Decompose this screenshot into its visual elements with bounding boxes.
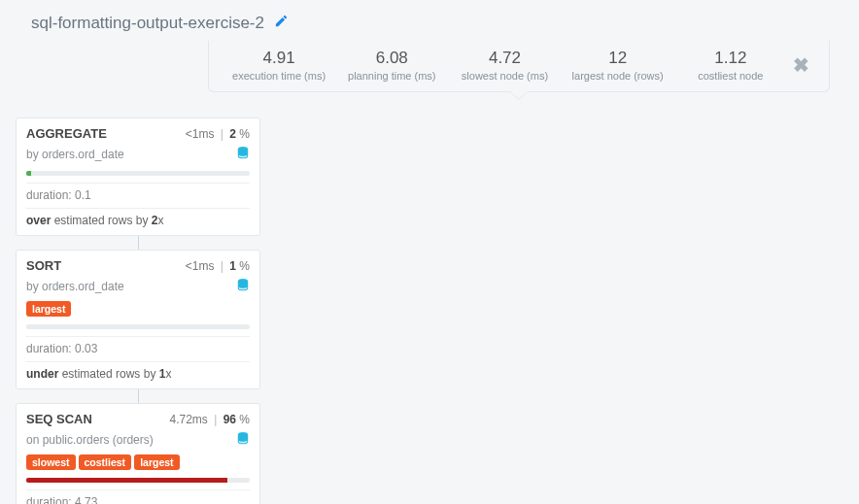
- badge-slowest: slowest: [26, 454, 76, 470]
- title-row: sql-formatting-output-exercise-2: [31, 14, 845, 33]
- node-sub: by orders.ord_date: [26, 277, 250, 295]
- duration-bar: [26, 171, 250, 176]
- stats-pointer-icon: [509, 91, 529, 100]
- node-header: AGGREGATE<1ms | 2 %: [26, 126, 250, 141]
- node-header: SORT<1ms | 1 %: [26, 258, 250, 273]
- stat-value: 4.72: [456, 49, 553, 68]
- badge-largest: largest: [134, 454, 179, 470]
- badge-costliest: costliest: [79, 454, 132, 470]
- node-connector: [138, 389, 139, 403]
- plan-tree: AGGREGATE<1ms | 2 %by orders.ord_datedur…: [16, 118, 845, 504]
- database-icon[interactable]: [236, 145, 250, 163]
- node-sub-text: on public.orders (orders): [26, 433, 154, 447]
- plan-title: sql-formatting-output-exercise-2: [31, 14, 264, 33]
- node-badges: slowestcostliestlargest: [26, 454, 250, 470]
- database-icon[interactable]: [236, 430, 250, 449]
- bar-fill: [26, 478, 227, 483]
- stat-item[interactable]: 1.12costliest node: [682, 49, 779, 82]
- stats-bar: 4.91execution time (ms)6.08planning time…: [208, 41, 830, 92]
- svg-point-1: [238, 147, 247, 151]
- estimate-row: over estimated rows by 2x: [26, 208, 250, 227]
- node-title: SORT: [26, 258, 61, 273]
- node-sub-text: by orders.ord_date: [26, 148, 124, 161]
- node-header: SEQ SCAN4.72ms | 96 %: [26, 412, 250, 426]
- database-icon[interactable]: [236, 277, 250, 295]
- stat-label: planning time (ms): [343, 70, 440, 82]
- node-metrics: 4.72ms | 96 %: [169, 413, 250, 426]
- node-sub: on public.orders (orders): [26, 430, 250, 449]
- duration-bar: [26, 324, 250, 329]
- node-connector: [138, 236, 139, 250]
- duration-row: duration: 4.73: [26, 489, 250, 504]
- node-title: AGGREGATE: [26, 126, 107, 141]
- svg-point-5: [238, 432, 247, 436]
- plan-node[interactable]: AGGREGATE<1ms | 2 %by orders.ord_datedur…: [16, 118, 260, 236]
- stat-value: 4.91: [230, 49, 327, 68]
- stat-value: 1.12: [682, 49, 779, 68]
- stat-value: 12: [569, 49, 667, 68]
- duration-row: duration: 0.03: [26, 336, 250, 355]
- node-metrics: <1ms | 1 %: [186, 259, 250, 273]
- close-icon[interactable]: ✖: [787, 53, 815, 77]
- stat-item[interactable]: 6.08planning time (ms): [343, 49, 440, 82]
- node-badges: largest: [26, 301, 250, 317]
- node-title: SEQ SCAN: [26, 412, 92, 426]
- stat-label: slowest node (ms): [456, 70, 553, 82]
- node-sub-text: by orders.ord_date: [26, 280, 124, 293]
- stat-label: execution time (ms): [230, 70, 327, 82]
- plan-node[interactable]: SORT<1ms | 1 %by orders.ord_datelargestd…: [16, 250, 260, 389]
- bar-fill: [26, 171, 31, 176]
- duration-row: duration: 0.1: [26, 183, 250, 202]
- estimate-row: under estimated rows by 1x: [26, 361, 250, 381]
- stat-item[interactable]: 12largest node (rows): [569, 49, 667, 82]
- badge-largest: largest: [26, 301, 71, 317]
- node-metrics: <1ms | 2 %: [186, 127, 250, 141]
- stat-label: largest node (rows): [569, 70, 667, 82]
- svg-point-3: [238, 279, 247, 283]
- stat-item[interactable]: 4.91execution time (ms): [230, 49, 327, 82]
- stat-value: 6.08: [343, 49, 440, 68]
- duration-bar: [26, 478, 250, 483]
- stat-label: costliest node: [682, 70, 779, 82]
- plan-node[interactable]: SEQ SCAN4.72ms | 96 %on public.orders (o…: [16, 403, 260, 504]
- node-sub: by orders.ord_date: [26, 145, 250, 163]
- edit-icon[interactable]: [274, 14, 289, 33]
- stat-item[interactable]: 4.72slowest node (ms): [456, 49, 553, 82]
